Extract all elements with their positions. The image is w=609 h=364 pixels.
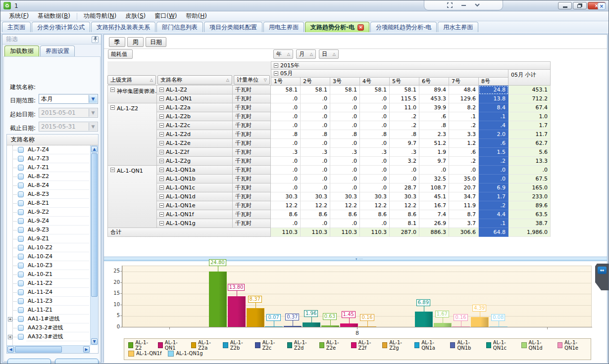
value-cell[interactable]: .2 <box>479 201 508 210</box>
subtotal-cell[interactable]: 712.2 <box>508 94 551 103</box>
expand-icon[interactable] <box>8 335 12 339</box>
unit-cell[interactable]: 千瓦时 <box>233 219 271 228</box>
value-cell[interactable]: 8.1 <box>390 219 419 228</box>
value-cell[interactable]: 7.4 <box>419 210 449 219</box>
bar-AL-1-QN1[interactable] <box>228 296 246 327</box>
bar-AL-1-Z2c[interactable] <box>284 326 302 327</box>
value-cell[interactable]: 30.3 <box>390 192 419 201</box>
value-cell[interactable]: .3 <box>301 148 330 157</box>
checkbox-icon[interactable] <box>18 316 24 322</box>
bar-AL-1-QN1d[interactable] <box>434 323 452 327</box>
subtotal-cell[interactable]: 13.3 <box>508 157 551 166</box>
expand-icon[interactable] <box>446 2 453 8</box>
value-cell[interactable]: 4.4 <box>479 210 508 219</box>
row-name-cell[interactable]: AL-1-QN1 <box>157 94 233 103</box>
quarter-button[interactable]: 季 <box>109 37 125 47</box>
value-cell[interactable]: .3 <box>360 148 390 157</box>
pin-icon[interactable] <box>92 36 99 43</box>
collapse-icon[interactable] <box>159 168 164 172</box>
row-name-cell[interactable]: AL-1-QN1a <box>157 166 233 175</box>
value-cell[interactable]: 24.8 <box>479 86 508 94</box>
unit-cell[interactable]: 千瓦时 <box>233 157 271 166</box>
year-field-button[interactable]: 年△ <box>273 49 293 59</box>
value-cell[interactable]: .0 <box>330 112 360 121</box>
tab-ui-settings[interactable]: 界面设置 <box>40 46 75 56</box>
value-cell[interactable]: 58.1 <box>301 86 330 94</box>
checkbox-icon[interactable] <box>18 298 24 304</box>
checkbox-icon[interactable] <box>18 200 24 206</box>
start-date-field[interactable]: 2015-05-01 ▼ <box>39 108 98 118</box>
value-cell[interactable]: 8.6 <box>271 210 301 219</box>
load-data-button[interactable]: 加载数据 <box>7 359 51 364</box>
value-cell[interactable]: 58.1 <box>360 86 390 94</box>
unit-cell[interactable]: 千瓦时 <box>233 112 271 121</box>
value-cell[interactable]: .0 <box>271 219 301 228</box>
unit-cell[interactable]: 千瓦时 <box>233 103 271 112</box>
value-cell[interactable]: .8 <box>419 121 449 130</box>
value-cell[interactable]: 12.2 <box>330 201 360 210</box>
grand-total-cell[interactable]: 110.3 <box>301 228 330 237</box>
tree-item-21[interactable]: AA32-3#进线 <box>7 332 90 341</box>
tree-item-13[interactable]: AL-10-Z3 <box>7 261 90 270</box>
checkbox-icon[interactable] <box>18 254 24 260</box>
unit-cell[interactable]: 千瓦时 <box>233 175 271 183</box>
checkbox-icon[interactable] <box>18 182 24 188</box>
value-cell[interactable]: .0 <box>301 183 330 192</box>
value-cell[interactable]: .0 <box>360 219 390 228</box>
subtotal-header[interactable]: 05月 小计 <box>508 69 551 86</box>
collapse-icon[interactable] <box>159 150 164 154</box>
checkbox-icon[interactable] <box>18 209 24 215</box>
value-cell[interactable]: .6 <box>419 112 449 121</box>
unit-cell[interactable]: 千瓦时 <box>233 210 271 219</box>
value-cell[interactable]: .0 <box>271 183 301 192</box>
value-cell[interactable]: .0 <box>390 175 419 183</box>
tree-item-14[interactable]: AL-10-Z1 <box>7 270 90 279</box>
subtotal-cell[interactable]: 453.1 <box>508 86 551 94</box>
value-cell[interactable]: 12.2 <box>390 201 419 210</box>
day-header-2[interactable]: 2号 <box>301 77 330 86</box>
value-cell[interactable]: 8.6 <box>390 210 419 219</box>
horizontal-scrollbar[interactable]: ◀ ▶ <box>7 345 90 353</box>
checkbox-icon[interactable] <box>18 280 24 286</box>
value-cell[interactable]: 11.0 <box>390 103 419 112</box>
tab-close-icon[interactable]: × <box>357 24 364 31</box>
value-cell[interactable]: .8 <box>360 130 390 139</box>
collapse-icon[interactable] <box>159 212 164 217</box>
row-name-cell[interactable]: AL-1-QN1f <box>157 210 233 219</box>
value-cell[interactable]: .2 <box>390 112 419 121</box>
bar-AL-1-Z2d[interactable] <box>303 322 320 327</box>
value-cell[interactable]: .0 <box>301 166 330 175</box>
value-cell[interactable]: 89.4 <box>419 86 449 94</box>
value-cell[interactable]: 11.9 <box>449 201 479 210</box>
expand-icon[interactable] <box>8 317 12 321</box>
value-cell[interactable]: .0 <box>330 219 360 228</box>
day-header-1[interactable]: 1号 <box>271 77 301 86</box>
tree-item-15[interactable]: AL-11-Z2 <box>7 279 90 288</box>
grand-total-cell[interactable]: 64.8 <box>479 228 508 237</box>
grand-total-cell[interactable]: 110.3 <box>360 228 390 237</box>
bar-AL-1-QN1g[interactable] <box>490 326 508 327</box>
doc-tab-2[interactable]: 支路拓扑及装表关系 <box>91 22 155 32</box>
row-name-cell[interactable]: AL-1-QN1g <box>157 219 233 228</box>
scroll-down-icon[interactable]: ▼ <box>91 338 98 345</box>
group-header-2[interactable]: AL-1-QN1 <box>107 166 157 228</box>
value-cell[interactable]: 30.3 <box>330 192 360 201</box>
bar-AL-1-Z2e[interactable] <box>321 325 339 327</box>
menu-item[interactable]: 基础数据(B) <box>33 11 75 21</box>
tree-item-10[interactable]: AL-9-Z1 <box>7 234 90 243</box>
value-cell[interactable]: .0 <box>360 112 390 121</box>
collapse-icon[interactable] <box>159 105 164 110</box>
unit-cell[interactable]: 千瓦时 <box>233 183 271 192</box>
value-cell[interactable]: 30.3 <box>301 192 330 201</box>
value-cell[interactable]: .0 <box>479 166 508 175</box>
value-cell[interactable]: 1.5 <box>479 148 508 157</box>
grand-total-cell[interactable]: 306.6 <box>449 228 479 237</box>
value-cell[interactable]: .0 <box>301 175 330 183</box>
value-cell[interactable]: .0 <box>271 139 301 148</box>
row-name-cell[interactable]: AL-1-Z2c <box>157 121 233 130</box>
value-cell[interactable]: .8 <box>301 130 330 139</box>
month-field-button[interactable]: 月△ <box>296 49 316 59</box>
dropdown-arrow-icon[interactable]: ▼ <box>89 95 97 103</box>
menu-item[interactable]: 窗口(W) <box>150 11 181 21</box>
value-cell[interactable]: 8.2 <box>449 103 479 112</box>
